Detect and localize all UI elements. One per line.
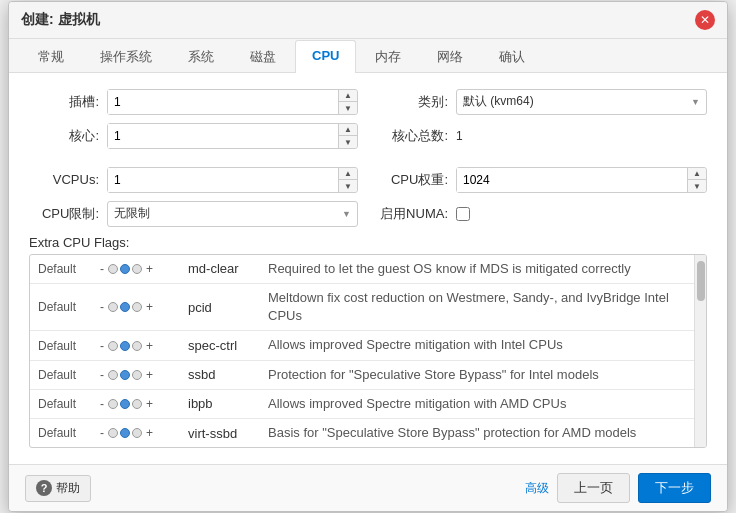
- dot-3-4: [132, 399, 142, 409]
- tab-confirm[interactable]: 确认: [482, 40, 542, 73]
- core-spinner[interactable]: ▲ ▼: [107, 123, 358, 149]
- next-button[interactable]: 下一步: [638, 473, 711, 503]
- core-up-btn[interactable]: ▲: [339, 124, 357, 137]
- dot-1-5: [108, 428, 118, 438]
- flag-plus-2[interactable]: +: [144, 339, 155, 353]
- flag-minus-1[interactable]: -: [98, 300, 106, 314]
- flag-name-4: ibpb: [188, 396, 258, 411]
- flag-desc-5: Basis for "Speculative Store Bypass" pro…: [268, 424, 686, 442]
- tab-cpu[interactable]: CPU: [295, 40, 356, 73]
- cpu-weight-up-btn[interactable]: ▲: [688, 168, 706, 181]
- scrollbar-thumb[interactable]: [697, 261, 705, 301]
- flag-row: Default - + virt-ssbd Basis for "Specula…: [30, 419, 694, 447]
- total-cores-row: 核心总数: 1: [378, 123, 707, 149]
- category-value: 默认 (kvm64): [463, 93, 534, 110]
- core-down-btn[interactable]: ▼: [339, 136, 357, 148]
- flag-default-1: Default: [38, 300, 88, 314]
- tab-memory[interactable]: 内存: [358, 40, 418, 73]
- flag-default-0: Default: [38, 262, 88, 276]
- vcpus-input[interactable]: [108, 168, 338, 192]
- advanced-link[interactable]: 高级: [525, 480, 549, 497]
- flag-default-4: Default: [38, 397, 88, 411]
- tab-disk[interactable]: 磁盘: [233, 40, 293, 73]
- flag-row: Default - + md-clear Required to let the…: [30, 255, 694, 284]
- vcpus-up-btn[interactable]: ▲: [339, 168, 357, 181]
- flag-plus-1[interactable]: +: [144, 300, 155, 314]
- flag-desc-1: Meltdown fix cost reduction on Westmere,…: [268, 289, 686, 325]
- tab-bar: 常规 操作系统 系统 磁盘 CPU 内存 网络 确认: [9, 39, 727, 73]
- flag-minus-3[interactable]: -: [98, 368, 106, 382]
- dialog-titlebar: 创建: 虚拟机 ✕: [9, 2, 727, 39]
- flag-default-3: Default: [38, 368, 88, 382]
- core-label: 核心:: [29, 127, 99, 145]
- vcpus-spinner-btns: ▲ ▼: [338, 168, 357, 192]
- flag-desc-4: Allows improved Spectre mitigation with …: [268, 395, 686, 413]
- dot-2-2: [120, 341, 130, 351]
- dot-2-0: [120, 264, 130, 274]
- flag-minus-0[interactable]: -: [98, 262, 106, 276]
- slot-up-btn[interactable]: ▲: [339, 90, 357, 103]
- vcpus-spinner[interactable]: ▲ ▼: [107, 167, 358, 193]
- cpu-limit-label: CPU限制:: [29, 205, 99, 223]
- dot-1-4: [108, 399, 118, 409]
- vcpus-label: VCPUs:: [29, 172, 99, 187]
- flag-toggle-3: - +: [98, 368, 178, 382]
- cpu-weight-input[interactable]: [457, 168, 687, 192]
- prev-button[interactable]: 上一页: [557, 473, 630, 503]
- cpu-limit-select[interactable]: 无限制 ▼: [107, 201, 358, 227]
- flag-toggle-5: - +: [98, 426, 178, 440]
- content-area: 插槽: ▲ ▼ 类别: 默认 (kvm64) ▼ 核心: [9, 73, 727, 464]
- tab-network[interactable]: 网络: [420, 40, 480, 73]
- tab-os[interactable]: 操作系统: [83, 40, 169, 73]
- vcpus-row: VCPUs: ▲ ▼: [29, 167, 358, 193]
- dialog-footer: ? 帮助 高级 上一页 下一步: [9, 464, 727, 511]
- core-input[interactable]: [108, 124, 338, 148]
- dot-3-2: [132, 341, 142, 351]
- flag-plus-4[interactable]: +: [144, 397, 155, 411]
- vcpus-down-btn[interactable]: ▼: [339, 180, 357, 192]
- dot-2-1: [120, 302, 130, 312]
- flag-minus-5[interactable]: -: [98, 426, 106, 440]
- dialog-title: 创建: 虚拟机: [21, 11, 100, 29]
- category-select[interactable]: 默认 (kvm64) ▼: [456, 89, 707, 115]
- flag-plus-3[interactable]: +: [144, 368, 155, 382]
- tab-system[interactable]: 系统: [171, 40, 231, 73]
- slot-input[interactable]: [108, 90, 338, 114]
- help-icon: ?: [36, 480, 52, 496]
- dot-1-2: [108, 341, 118, 351]
- create-vm-dialog: 创建: 虚拟机 ✕ 常规 操作系统 系统 磁盘 CPU 内存 网络 确认 插槽:…: [8, 1, 728, 512]
- slot-spinner[interactable]: ▲ ▼: [107, 89, 358, 115]
- slot-down-btn[interactable]: ▼: [339, 102, 357, 114]
- category-label: 类别:: [378, 93, 448, 111]
- flag-row: Default - + ibpb Allows improved Spectre…: [30, 390, 694, 419]
- flag-minus-2[interactable]: -: [98, 339, 106, 353]
- flag-toggle-2: - +: [98, 339, 178, 353]
- form-row-2: 核心: ▲ ▼ 核心总数: 1: [29, 123, 707, 149]
- close-button[interactable]: ✕: [695, 10, 715, 30]
- flag-dots-0: [108, 264, 142, 274]
- flag-plus-0[interactable]: +: [144, 262, 155, 276]
- flag-row: Default - + pcid Meltdown fix cost reduc…: [30, 284, 694, 331]
- help-label: 帮助: [56, 480, 80, 497]
- tab-general[interactable]: 常规: [21, 40, 81, 73]
- numa-checkbox-container: [456, 207, 470, 221]
- core-row: 核心: ▲ ▼: [29, 123, 358, 149]
- scrollbar-track: [694, 255, 706, 447]
- cpu-weight-spinner[interactable]: ▲ ▼: [456, 167, 707, 193]
- help-button[interactable]: ? 帮助: [25, 475, 91, 502]
- flag-dots-1: [108, 302, 142, 312]
- dot-2-5: [120, 428, 130, 438]
- cpu-weight-down-btn[interactable]: ▼: [688, 180, 706, 192]
- slot-spinner-btns: ▲ ▼: [338, 90, 357, 114]
- flag-plus-5[interactable]: +: [144, 426, 155, 440]
- flag-default-5: Default: [38, 426, 88, 440]
- dot-2-4: [120, 399, 130, 409]
- flags-list: Default - + md-clear Required to let the…: [30, 255, 694, 447]
- flag-default-2: Default: [38, 339, 88, 353]
- dot-1-1: [108, 302, 118, 312]
- numa-checkbox[interactable]: [456, 207, 470, 221]
- flag-name-2: spec-ctrl: [188, 338, 258, 353]
- dot-3-3: [132, 370, 142, 380]
- slot-row: 插槽: ▲ ▼: [29, 89, 358, 115]
- flag-minus-4[interactable]: -: [98, 397, 106, 411]
